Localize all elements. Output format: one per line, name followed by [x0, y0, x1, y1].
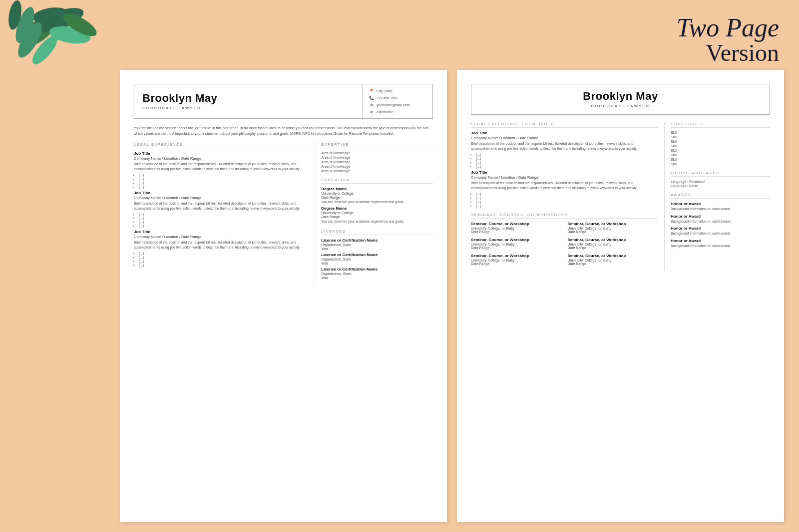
- legal-experience-continued-section: LEGAL EXPERIENCE / CONTINUED Job Title C…: [471, 122, 657, 207]
- degree2-desc: You can describe your academic experienc…: [321, 219, 433, 224]
- award3-desc: Background information on each award.: [671, 231, 770, 236]
- page1-left-col: LEGAL EXPERIENCE Job Title Company Name …: [134, 142, 308, 284]
- bullet-item: (...): [139, 216, 308, 220]
- bullet-item: (...): [139, 181, 308, 185]
- page1-title: CORPORATE LAWYER: [142, 106, 355, 110]
- p2-job2-bullets: (...) (...) (...) (...): [471, 192, 657, 208]
- core-skill-item: Skill: [671, 158, 770, 161]
- other-languages-title: OTHER LANGUAGES: [671, 171, 770, 177]
- pages-container: Brooklyn May CORPORATE LAWYER 📍 City, St…: [120, 70, 784, 522]
- job2-title: Job Title: [134, 191, 308, 195]
- phone-icon: 📞: [369, 95, 374, 100]
- licenses-title: LICENSES: [321, 229, 433, 235]
- title-line1: Two Page: [676, 15, 779, 41]
- seminar-col-2a: Seminar, Course, or Workshop University,…: [471, 238, 561, 250]
- bullet-item: (...): [476, 165, 657, 168]
- contact-linkedin: in /username: [369, 109, 426, 114]
- bullet-item: (...): [139, 264, 308, 267]
- seminar-col-1a: Seminar, Course, or Workshop University,…: [471, 222, 561, 234]
- award1-desc: Background information on each award.: [671, 207, 770, 212]
- page1-header: Brooklyn May CORPORATE LAWYER 📍 City, St…: [134, 84, 433, 119]
- job3-company: Company Name / Location / Date Range: [134, 235, 308, 239]
- lang-item-1: Language / Advanced: [671, 180, 770, 183]
- bullet-item: (...): [139, 177, 308, 181]
- seminar-row-2: Seminar, Course, or Workshop University,…: [471, 238, 657, 250]
- licenses-section: LICENSES License or Certification Name O…: [321, 229, 433, 279]
- seminar-3b-date: Date Range: [568, 262, 658, 266]
- contact-email-text: yourname@mail.com: [377, 103, 409, 107]
- p2-job1-bullets: (...) (...) (...) (...): [471, 153, 657, 168]
- seminar-col-2b: Seminar, Course, or Workshop University,…: [568, 238, 658, 250]
- degree2-date: Date Range: [321, 215, 433, 219]
- core-skill-item: Skill: [671, 153, 770, 157]
- page1-contact: 📍 City, State 📞 123.456.7891 ✉ yourname@…: [363, 84, 432, 118]
- seminar-1b-date: Date Range: [568, 230, 658, 234]
- bullet-item: (...): [139, 224, 308, 228]
- linkedin-icon: in: [369, 109, 374, 114]
- p2-job1-title: Job Title: [471, 131, 657, 135]
- expertise-item: Area of knowledge: [321, 169, 433, 173]
- page2-name: Brooklyn May: [583, 90, 658, 102]
- page2-name-block: Brooklyn May CORPORATE LAWYER: [471, 84, 770, 114]
- page1-right-col: EXPERTISE Area of knowledge Area of know…: [315, 142, 433, 284]
- page2-header: Brooklyn May CORPORATE LAWYER: [471, 84, 770, 115]
- bullet-item: (...): [476, 204, 657, 208]
- core-skill-item: Skill: [671, 144, 770, 148]
- seminar-3b-name: Seminar, Course, or Workshop: [568, 254, 658, 258]
- legal-exp-continued-title: LEGAL EXPERIENCE / CONTINUED: [471, 122, 657, 128]
- contact-location-text: City, State: [377, 89, 393, 93]
- legal-experience-section: LEGAL EXPERIENCE Job Title Company Name …: [134, 142, 308, 267]
- seminar-1a-date: Date Range: [471, 230, 561, 234]
- core-skills-title: CORE SKILLS: [671, 122, 770, 128]
- core-skill-item: Skill: [671, 140, 770, 143]
- degree2-university: University or College: [321, 211, 433, 215]
- contact-phone: 📞 123.456.7891: [369, 95, 426, 100]
- awards-section: AWARDS Honor or Award Background informa…: [671, 193, 770, 248]
- bullet-item: (...): [476, 200, 657, 204]
- seminar-3a-date: Date Range: [471, 262, 561, 266]
- seminar-1a-name: Seminar, Course, or Workshop: [471, 222, 561, 226]
- seminar-1b-name: Seminar, Course, or Workshop: [568, 222, 658, 226]
- seminar-row-1: Seminar, Course, or Workshop University,…: [471, 222, 657, 234]
- cert3-name: License or Certification Name: [321, 267, 433, 271]
- awards-title: AWARDS: [671, 193, 770, 199]
- expertise-title: EXPERTISE: [321, 142, 433, 148]
- bullet-item: (...): [139, 220, 308, 224]
- degree1-desc: You can describe your academic experienc…: [321, 200, 433, 205]
- expertise-item: Area of knowledge: [321, 151, 433, 155]
- p2-job1-desc: Brief description of the position and th…: [471, 141, 657, 151]
- seminar-2a-name: Seminar, Course, or Workshop: [471, 238, 561, 242]
- cert1-org: Organization, State: [321, 243, 433, 247]
- job3-bullets: (...) (...) (...) (...): [134, 252, 308, 267]
- bullet-item: (...): [139, 212, 308, 216]
- degree1-date: Date Range: [321, 196, 433, 199]
- contact-email: ✉ yourname@mail.com: [369, 102, 426, 107]
- bullet-item: (...): [476, 157, 657, 160]
- core-skill-item: Skill: [671, 162, 770, 166]
- award2-desc: Background information on each award.: [671, 219, 770, 224]
- contact-location: 📍 City, State: [369, 88, 426, 93]
- seminar-1a-entity: University, College, or Entity: [471, 227, 561, 230]
- degree1-name: Degree Name: [321, 187, 433, 191]
- education-title: EDUCATION: [321, 178, 433, 184]
- contact-phone-text: 123.456.7891: [377, 96, 398, 100]
- job2-desc: Brief description of the position and th…: [134, 201, 308, 211]
- seminar-col-3a: Seminar, Course, or Workshop University,…: [471, 254, 561, 266]
- contact-linkedin-text: /username: [377, 110, 393, 114]
- seminar-2b-entity: University, College, or Entity: [568, 243, 658, 246]
- degree1-university: University or College: [321, 192, 433, 195]
- bullet-item: (...): [139, 185, 308, 189]
- seminar-3a-name: Seminar, Course, or Workshop: [471, 254, 561, 258]
- core-skills-section: CORE SKILLS Skill Skill Skill Skill Skil…: [671, 122, 770, 166]
- award3-title: Honor or Award: [671, 226, 770, 231]
- page2-title: CORPORATE LAWYER: [591, 104, 650, 108]
- job1-desc: Brief description of the position and th…: [134, 162, 308, 172]
- job2-bullets: (...) (...) (...) (...): [134, 212, 308, 228]
- cert3-year: Year: [321, 276, 433, 279]
- cert1-year: Year: [321, 247, 433, 251]
- page-1: Brooklyn May CORPORATE LAWYER 📍 City, St…: [120, 70, 447, 522]
- cert2-org: Organization, State: [321, 258, 433, 261]
- job3-desc: Brief description of the position and th…: [134, 240, 308, 250]
- seminar-3a-entity: University, College, or Entity: [471, 259, 561, 262]
- job1-bullets: (...) (...) (...) (...): [134, 173, 308, 189]
